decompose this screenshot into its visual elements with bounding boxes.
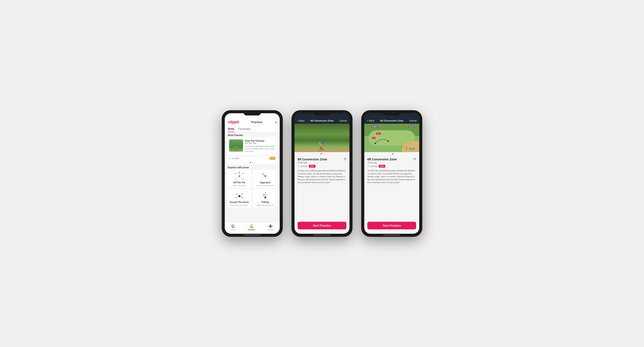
skill-putting-name: Putting: [262, 201, 269, 203]
home-bar: [244, 235, 261, 235]
nav-capture-label: Capture: [268, 229, 274, 231]
phone-3-screen: < Back 6ft Conversion Zone Cancel FAIRWA…: [364, 113, 419, 234]
nav-capture[interactable]: ➕ Capture: [268, 224, 274, 231]
drill-description: Create an imaginary fairway using trees …: [245, 145, 275, 153]
start-practice-button-2[interactable]: Start Practice: [298, 222, 346, 229]
header-drill-title-2: 6ft Conversion Zone: [310, 119, 334, 122]
back-button-3[interactable]: < Back: [367, 119, 374, 122]
phone-1-screen: clippd Practice ≡ Drills Favourites Most…: [225, 113, 280, 234]
skill-ott-name: Off The Tee: [233, 181, 245, 184]
nav-activities-label: Activities: [248, 229, 256, 231]
img-dot-1[interactable]: [320, 153, 322, 154]
map-label-rough: ROUGH: [408, 126, 415, 128]
skill-putting[interactable]: Putting Make and lag practice: [253, 189, 278, 208]
phone-notch: [244, 110, 261, 115]
shots-icon-3: ⏱: [367, 165, 369, 167]
drill-thumbnail-image: [229, 139, 243, 152]
svg-point-6: [239, 172, 240, 173]
skill-icon-putting: [260, 191, 271, 200]
drill-meta-2: ⏱ 20 shots ARG: [298, 165, 346, 168]
drill-shots: ⏱ 10 shots: [229, 157, 239, 160]
skill-icon-ott: [234, 172, 245, 180]
detail-heart-3[interactable]: ♡: [413, 158, 416, 161]
phone-3-notch: [383, 110, 400, 115]
drill-category: Off The Tee: [245, 142, 275, 144]
home-bar-3: [383, 235, 400, 235]
shots-count: 10 shots: [232, 157, 239, 160]
img-dot-2[interactable]: [322, 153, 324, 154]
dot-3[interactable]: [254, 162, 255, 163]
drill-card[interactable]: Find The Fairway Off The Tee Create an i…: [227, 137, 278, 155]
tab-bar: Drills Favourites: [225, 126, 280, 132]
cancel-button-3[interactable]: Cancel: [409, 119, 416, 122]
back-button-2[interactable]: < Back: [297, 119, 304, 122]
skill-grid: Off The Tee Power accuracy App: [225, 170, 280, 209]
svg-point-8: [243, 173, 244, 174]
start-practice-button-3[interactable]: Start Practice: [367, 222, 416, 229]
nav-title: Practice: [251, 121, 262, 124]
hamburger-icon[interactable]: ≡: [275, 121, 277, 124]
svg-point-29: [266, 195, 267, 196]
phone-2-screen: < Back 6ft Conversion Zone Cancel 🏌️ 6ft…: [294, 113, 350, 234]
drill-meta-3: ⏱ 20 shots ARG: [367, 165, 416, 168]
carousel-dots: [227, 161, 278, 164]
map-label-miss: Miss: [376, 133, 381, 135]
skill-atg-desc: Hone your short game: [231, 204, 248, 206]
activities-icon: ⛳: [249, 224, 254, 228]
phone-1: clippd Practice ≡ Drills Favourites Most…: [222, 110, 283, 237]
svg-point-9: [235, 178, 236, 179]
main-content: Most Popular Find The Fairway Off The Te…: [225, 132, 280, 223]
img3-dot-2[interactable]: [392, 153, 393, 154]
drill-yardage-3: 10-50 yds: [367, 162, 416, 164]
svg-point-10: [243, 178, 244, 179]
skill-atg-name: Around The Green: [230, 201, 249, 203]
drill-detail-name-2: 6ft Conversion Zone ♡: [298, 158, 346, 161]
tab-drills[interactable]: Drills: [228, 126, 234, 132]
nav-activities[interactable]: ⛳ Activities: [248, 224, 256, 231]
home-bar-2: [313, 235, 331, 235]
skill-around-the-green[interactable]: Around The Green Hone your short game: [227, 189, 252, 208]
drill-tag-2: ARG: [309, 165, 316, 168]
clock-icon: ⏱: [229, 157, 231, 160]
svg-point-15: [262, 174, 263, 174]
drill-image-2: 🏌️: [294, 124, 350, 152]
cancel-button-2[interactable]: Cancel: [340, 119, 347, 122]
dot-1[interactable]: [250, 162, 251, 163]
home-icon: 🏠: [231, 224, 235, 228]
drill-detail-body-2: 6ft Conversion Zone ♡ 10-50 yds ⏱ 20 sho…: [294, 155, 350, 222]
map-label-sand: SAND: [410, 148, 415, 150]
skill-off-the-tee[interactable]: Off The Tee Power accuracy: [227, 170, 252, 188]
drill-description-3: 20 shots are randomly generated at dista…: [367, 169, 416, 184]
skill-approach-desc: Dial-in to hit the green: [256, 185, 274, 187]
favourite-icon[interactable]: ♡: [273, 139, 275, 143]
drill-name: Find The Fairway: [245, 139, 275, 142]
svg-line-1: [236, 174, 239, 176]
drill-footer: ⏱ 10 shots OTT: [227, 156, 278, 161]
map-label-fairway: FAIRWAY: [371, 126, 378, 128]
dot-2[interactable]: [252, 162, 253, 163]
img3-dot-1[interactable]: [390, 153, 391, 154]
skill-approach-name: Approach: [260, 181, 270, 184]
drill-tag-3: ARG: [379, 165, 385, 168]
app-logo: clippd: [228, 120, 239, 124]
nav-home[interactable]: 🏠 Home: [231, 224, 236, 231]
svg-point-31: [374, 143, 376, 144]
svg-line-2: [239, 174, 243, 176]
most-popular-title: Most Popular: [225, 132, 280, 137]
capture-icon: ➕: [268, 224, 273, 228]
drill-detail-name-3: 6ft Conversion Zone ♡: [367, 158, 416, 161]
drill-tag: OTT: [270, 157, 275, 160]
phone-2-notch: [313, 110, 331, 115]
drill-shots-2: ⏱ 20 shots: [298, 165, 308, 167]
bottom-nav: 🏠 Home ⛳ Activities ➕ Capture: [225, 223, 280, 234]
image-dots-3: [364, 152, 419, 155]
drill-yardage-2: 10-50 yds: [298, 162, 346, 164]
tab-favourites[interactable]: Favourites: [238, 126, 250, 132]
drill-info: Find The Fairway Off The Tee Create an i…: [245, 139, 275, 153]
explore-title: Explore skill areas: [225, 164, 280, 170]
svg-point-7: [235, 173, 236, 174]
detail-heart-2[interactable]: ♡: [344, 158, 346, 161]
skill-approach[interactable]: Approach Dial-in to hit the green: [253, 170, 278, 188]
map-path-svg: [371, 135, 393, 146]
phone-2: < Back 6ft Conversion Zone Cancel 🏌️ 6ft…: [292, 110, 352, 237]
